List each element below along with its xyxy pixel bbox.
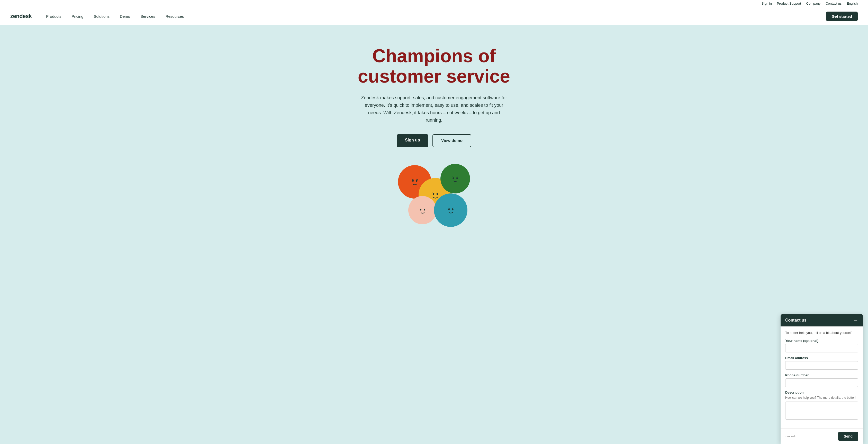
svg-point-9 bbox=[456, 177, 458, 179]
svg-point-5 bbox=[437, 193, 438, 195]
contact-widget-title: Contact us bbox=[785, 318, 807, 323]
svg-point-12 bbox=[420, 209, 422, 210]
description-hint: How can we help you? The more details, t… bbox=[785, 396, 858, 400]
contact-minimize-button[interactable]: – bbox=[854, 318, 858, 323]
svg-point-1 bbox=[416, 180, 417, 182]
pink-circle bbox=[408, 196, 437, 224]
hero-title: Champions of customer service bbox=[331, 46, 537, 86]
svg-point-0 bbox=[412, 180, 414, 182]
navbar: zendesk Products Pricing Solutions Demo … bbox=[0, 7, 868, 25]
contact-widget: Contact us – To better help you, tell us… bbox=[781, 314, 863, 444]
hero-section: Champions of customer service Zendesk ma… bbox=[0, 25, 868, 441]
company-link[interactable]: Company bbox=[806, 2, 821, 5]
name-label: Your name (optional) bbox=[785, 339, 858, 343]
hero-illustration bbox=[393, 162, 475, 230]
contact-widget-body: To better help you, tell us a bit about … bbox=[781, 326, 863, 428]
contact-widget-footer: zendesk Send bbox=[781, 428, 863, 444]
hero-buttons: Sign up View demo bbox=[397, 134, 471, 147]
teal-circle bbox=[434, 194, 467, 227]
get-started-button[interactable]: Get started bbox=[826, 11, 858, 21]
svg-point-8 bbox=[453, 177, 454, 179]
nav-pricing[interactable]: Pricing bbox=[68, 12, 88, 21]
phone-label: Phone number bbox=[785, 373, 858, 377]
email-input[interactable] bbox=[785, 361, 858, 369]
contact-widget-header: Contact us – bbox=[781, 314, 863, 326]
svg-line-10 bbox=[453, 177, 454, 177]
nav-solutions[interactable]: Solutions bbox=[90, 12, 114, 21]
zendesk-branding: zendesk bbox=[785, 435, 796, 438]
email-label: Email address bbox=[785, 356, 858, 360]
svg-line-6 bbox=[432, 193, 434, 193]
signup-button[interactable]: Sign up bbox=[397, 134, 428, 147]
svg-point-14 bbox=[448, 208, 450, 210]
svg-line-17 bbox=[452, 208, 454, 208]
svg-point-13 bbox=[424, 209, 425, 210]
svg-line-16 bbox=[448, 208, 450, 208]
svg-line-11 bbox=[456, 177, 458, 177]
product-support-link[interactable]: Product Support bbox=[777, 2, 801, 5]
svg-line-2 bbox=[412, 179, 414, 180]
svg-line-7 bbox=[436, 193, 438, 193]
name-input[interactable] bbox=[785, 344, 858, 352]
nav-products[interactable]: Products bbox=[42, 12, 65, 21]
svg-point-4 bbox=[433, 193, 434, 195]
svg-line-3 bbox=[416, 179, 417, 180]
top-bar: Sign in Product Support Company Contact … bbox=[0, 0, 868, 7]
nav-services[interactable]: Services bbox=[136, 12, 159, 21]
description-textarea[interactable] bbox=[785, 402, 858, 420]
sign-in-link[interactable]: Sign in bbox=[762, 2, 772, 5]
contact-us-topbar-link[interactable]: Contact us bbox=[826, 2, 841, 5]
phone-input[interactable] bbox=[785, 378, 858, 387]
description-label: Description bbox=[785, 390, 858, 394]
view-demo-button[interactable]: View demo bbox=[432, 134, 471, 147]
language-link[interactable]: English bbox=[847, 2, 858, 5]
nav-resources[interactable]: Resources bbox=[161, 12, 188, 21]
phone-form-group: Phone number bbox=[785, 373, 858, 387]
svg-point-15 bbox=[452, 208, 454, 210]
logo[interactable]: zendesk bbox=[10, 13, 32, 20]
hero-subtitle: Zendesk makes support, sales, and custom… bbox=[360, 94, 508, 124]
nav-demo[interactable]: Demo bbox=[116, 12, 134, 21]
description-form-group: Description How can we help you? The mor… bbox=[785, 390, 858, 421]
green-circle bbox=[440, 164, 470, 194]
email-form-group: Email address bbox=[785, 356, 858, 369]
name-form-group: Your name (optional) bbox=[785, 339, 858, 352]
contact-intro-text: To better help you, tell us a bit about … bbox=[785, 331, 858, 335]
nav-links: Products Pricing Solutions Demo Services… bbox=[42, 12, 826, 21]
send-button[interactable]: Send bbox=[838, 432, 858, 441]
